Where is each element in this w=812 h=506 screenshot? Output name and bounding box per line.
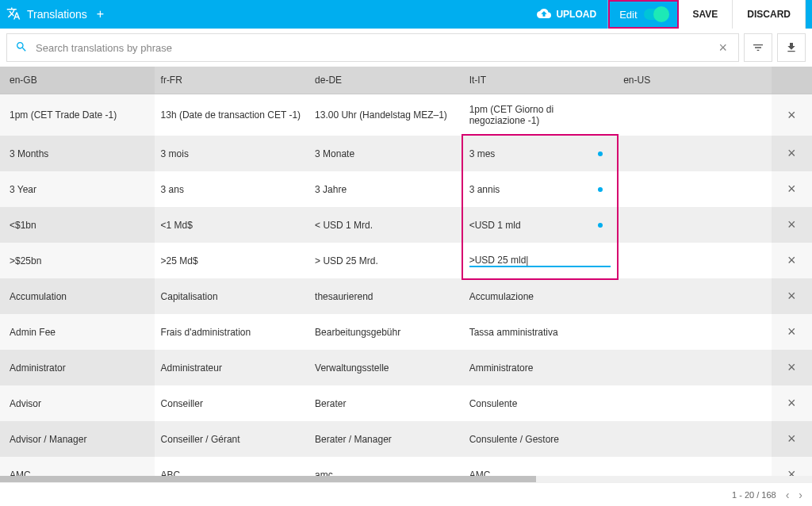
close-icon: × <box>787 181 796 197</box>
cell-en-us[interactable] <box>617 171 772 207</box>
discard-button[interactable]: DISCARD <box>733 0 806 29</box>
column-actions <box>772 67 812 94</box>
cell-en-us[interactable] <box>617 207 772 243</box>
cell-en-us[interactable] <box>617 243 772 278</box>
cell-de-de[interactable]: 13.00 Uhr (Handelstag MEZ–1) <box>308 94 463 136</box>
column-en-us[interactable]: en-US <box>617 67 772 94</box>
translations-table: en-GB fr-FR de-DE It-IT en-US 1pm (CET T… <box>0 67 812 506</box>
cell-en-us[interactable] <box>617 136 772 171</box>
table-row: Advisor / ManagerConseiller / GérantBera… <box>0 421 812 457</box>
delete-row-button[interactable]: × <box>772 171 812 207</box>
cell-en-us[interactable] <box>617 350 772 385</box>
search-icon <box>15 40 28 56</box>
cell-fr-fr[interactable]: 3 mois <box>155 136 309 171</box>
cell-it-it[interactable]: Accumulazione <box>463 278 618 314</box>
cell-fr-fr[interactable]: Administrateur <box>155 350 309 385</box>
delete-row-button[interactable]: × <box>772 314 812 350</box>
cell-it-it[interactable]: 1pm (CET Giorno di negoziazione -1) <box>463 94 618 136</box>
cell-en-gb[interactable]: Admin Fee <box>0 314 155 350</box>
close-icon: × <box>787 145 796 161</box>
searchbar: × <box>0 29 812 67</box>
close-icon: × <box>787 252 796 268</box>
delete-row-button[interactable]: × <box>772 385 812 421</box>
cell-en-us[interactable] <box>617 421 772 457</box>
horizontal-scrollbar[interactable] <box>0 476 812 482</box>
cell-fr-fr[interactable]: <1 Md$ <box>155 207 309 243</box>
cell-fr-fr[interactable]: Conseiller <box>155 385 309 421</box>
pending-dot-icon <box>598 223 603 228</box>
delete-row-button[interactable]: × <box>772 94 812 136</box>
cell-en-gb[interactable]: 3 Year <box>0 171 155 207</box>
pagination-footer: 1 - 20 / 168 ‹ › <box>0 482 812 506</box>
upload-button[interactable]: UPLOAD <box>526 0 608 29</box>
table-row: AccumulationCapitalisationthesaurierendA… <box>0 278 812 314</box>
cell-en-us[interactable] <box>617 385 772 421</box>
cell-de-de[interactable]: Berater <box>308 385 463 421</box>
cell-en-us[interactable] <box>617 94 772 136</box>
column-de-de[interactable]: de-DE <box>308 67 463 94</box>
cell-fr-fr[interactable]: Capitalisation <box>155 278 309 314</box>
table-row: >$25bn>25 Md$> USD 25 Mrd.>USD 25 mld|× <box>0 243 812 278</box>
cell-it-it[interactable]: Consulente <box>463 385 618 421</box>
table-row: 3 Months3 mois3 Monate3 mes× <box>0 136 812 171</box>
cell-fr-fr[interactable]: Frais d'administration <box>155 314 309 350</box>
column-fr-fr[interactable]: fr-FR <box>155 67 309 94</box>
table-row: 3 Year3 ans3 Jahre3 annis× <box>0 171 812 207</box>
cell-it-it[interactable]: Tassa amministrativa <box>463 314 618 350</box>
save-button[interactable]: SAVE <box>679 0 733 29</box>
column-it-it[interactable]: It-IT <box>463 67 618 94</box>
cell-it-it[interactable]: Consulente / Gestore <box>463 421 618 457</box>
cell-de-de[interactable]: thesaurierend <box>308 278 463 314</box>
cell-de-de[interactable]: Bearbeitungsgebühr <box>308 314 463 350</box>
delete-row-button[interactable]: × <box>772 278 812 314</box>
cell-en-gb[interactable]: <$1bn <box>0 207 155 243</box>
cell-en-us[interactable] <box>617 314 772 350</box>
page-title: Translations <box>27 8 87 21</box>
cell-en-gb[interactable]: Advisor <box>0 385 155 421</box>
delete-row-button[interactable]: × <box>772 243 812 278</box>
edit-toggle[interactable] <box>644 9 668 20</box>
table-row: AdministratorAdministrateurVerwaltungsst… <box>0 350 812 385</box>
filter-button[interactable] <box>744 33 772 62</box>
delete-row-button[interactable]: × <box>772 136 812 171</box>
cell-en-gb[interactable]: Administrator <box>0 350 155 385</box>
edit-label: Edit <box>619 9 637 21</box>
next-page-icon[interactable]: › <box>799 489 802 501</box>
table-row: AdvisorConseillerBeraterConsulente× <box>0 385 812 421</box>
cell-fr-fr[interactable]: 3 ans <box>155 171 309 207</box>
download-button[interactable] <box>777 33 806 62</box>
cell-fr-fr[interactable]: >25 Md$ <box>155 243 309 278</box>
cell-it-it[interactable]: >USD 25 mld| <box>463 243 618 278</box>
search-input[interactable] <box>28 42 715 54</box>
clear-icon[interactable]: × <box>715 40 730 56</box>
close-icon: × <box>787 324 796 339</box>
cell-it-it[interactable]: 3 mes <box>463 136 618 171</box>
close-icon: × <box>787 359 796 375</box>
cell-en-gb[interactable]: 3 Months <box>0 136 155 171</box>
cell-en-gb[interactable]: 1pm (CET Trade Date -1) <box>0 94 155 136</box>
delete-row-button[interactable]: × <box>772 421 812 457</box>
download-icon <box>785 41 798 54</box>
cell-de-de[interactable]: Verwaltungsstelle <box>308 350 463 385</box>
pending-dot-icon <box>598 187 603 192</box>
cell-de-de[interactable]: 3 Jahre <box>308 171 463 207</box>
cell-en-gb[interactable]: >$25bn <box>0 243 155 278</box>
cell-de-de[interactable]: > USD 25 Mrd. <box>308 243 463 278</box>
column-en-gb[interactable]: en-GB <box>0 67 155 94</box>
cell-en-gb[interactable]: Advisor / Manager <box>0 421 155 457</box>
prev-page-icon[interactable]: ‹ <box>786 489 790 501</box>
delete-row-button[interactable]: × <box>772 207 812 243</box>
cell-de-de[interactable]: Berater / Manager <box>308 421 463 457</box>
delete-row-button[interactable]: × <box>772 350 812 385</box>
cell-it-it[interactable]: Amministratore <box>463 350 618 385</box>
cell-fr-fr[interactable]: Conseiller / Gérant <box>155 421 309 457</box>
cell-en-us[interactable] <box>617 278 772 314</box>
cell-it-it[interactable]: <USD 1 mld <box>463 207 618 243</box>
cell-it-it[interactable]: 3 annis <box>463 171 618 207</box>
add-icon[interactable]: + <box>97 7 104 21</box>
cell-de-de[interactable]: < USD 1 Mrd. <box>308 207 463 243</box>
edit-toggle-section[interactable]: Edit <box>608 0 678 29</box>
cell-de-de[interactable]: 3 Monate <box>308 136 463 171</box>
cell-en-gb[interactable]: Accumulation <box>0 278 155 314</box>
cell-fr-fr[interactable]: 13h (Date de transaction CET -1) <box>155 94 309 136</box>
